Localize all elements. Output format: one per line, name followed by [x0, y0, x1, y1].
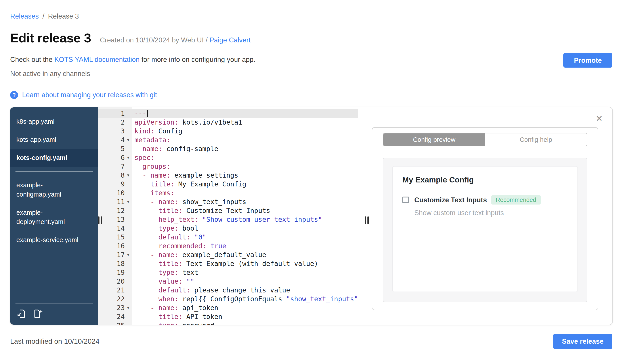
line-number-21: 21 [98, 286, 132, 295]
config-group-title: My Example Config [402, 175, 568, 185]
code-line-12[interactable]: 12 title: Customize Text Inputs [98, 206, 358, 215]
line-number-11: 11▾ [98, 198, 132, 206]
line-number-25: 25 [98, 321, 132, 325]
fold-caret-icon[interactable]: ▾ [125, 171, 132, 180]
fold-caret-spacer [125, 259, 132, 268]
line-number-14: 14 [98, 224, 132, 233]
recommended-badge: Recommended [491, 195, 540, 204]
fold-caret-spacer [125, 312, 132, 321]
fold-caret-spacer [125, 286, 132, 295]
promote-button[interactable]: Promote [563, 53, 612, 68]
line-number-4: 4▾ [98, 136, 132, 144]
file-item-example-service.yaml[interactable]: example-service.yaml [10, 231, 98, 249]
code-line-22[interactable]: 22 when: repl{{ ConfigOptionEquals "show… [98, 295, 358, 303]
code-line-7[interactable]: 7 groups: [98, 162, 358, 171]
yaml-editor[interactable]: 1---2apiVersion: kots.io/v1beta13kind: C… [98, 107, 358, 325]
preview-tabs: Config preview Config help [383, 133, 587, 146]
code-line-21[interactable]: 21 default: please change this value [98, 286, 358, 295]
line-number-24: 24 [98, 312, 132, 321]
file-item-example-configmap.yaml[interactable]: example-configmap.yaml [10, 176, 98, 204]
fold-caret-spacer [125, 233, 132, 242]
code-line-25[interactable]: 25 type: password [98, 321, 358, 325]
file-item-kots-config.yaml[interactable]: kots-config.yaml [10, 149, 98, 167]
author-link[interactable]: Paige Calvert [209, 36, 250, 44]
file-item-k8s-app.yaml[interactable]: k8s-app.yaml [10, 113, 98, 131]
line-number-10: 10 [98, 189, 132, 198]
line-number-6: 6▾ [98, 153, 132, 162]
fold-caret-icon[interactable]: ▾ [125, 136, 132, 144]
fold-caret-spacer [125, 144, 132, 153]
line-number-7: 7 [98, 162, 132, 171]
code-line-10[interactable]: 10 items: [98, 189, 358, 198]
fold-caret-spacer [125, 242, 132, 250]
code-line-15[interactable]: 15 default: "0" [98, 233, 358, 242]
fold-caret-icon[interactable]: ▾ [125, 303, 132, 312]
pane-resize-handle-left[interactable] [98, 217, 102, 224]
upload-file-icon[interactable] [16, 309, 26, 319]
code-line-23[interactable]: 23▾ - name: api_token [98, 303, 358, 312]
release-editor: k8s-app.yamlkots-app.yamlkots-config.yam… [10, 107, 612, 325]
save-release-button[interactable]: Save release [553, 334, 612, 349]
line-number-20: 20 [98, 277, 132, 286]
help-icon: ? [10, 91, 18, 99]
close-icon[interactable]: ✕ [595, 113, 603, 124]
code-line-2[interactable]: 2apiVersion: kots.io/v1beta1 [98, 118, 358, 127]
new-file-icon[interactable] [33, 309, 43, 319]
fold-caret-icon[interactable]: ▾ [125, 250, 132, 259]
code-line-8[interactable]: 8▾ - name: example_settings [98, 171, 358, 180]
line-number-18: 18 [98, 259, 132, 268]
fold-caret-icon[interactable]: ▾ [125, 153, 132, 162]
code-line-17[interactable]: 17▾ - name: example_default_value [98, 250, 358, 259]
code-line-16[interactable]: 16 recommended: true [98, 242, 358, 250]
code-line-1[interactable]: 1--- [98, 109, 358, 118]
breadcrumb-separator: / [43, 12, 44, 20]
docs-text-prefix: Check out the [10, 56, 52, 63]
pane-resize-handle-right[interactable] [365, 217, 369, 224]
git-releases-link[interactable]: Learn about managing your releases with … [22, 91, 157, 99]
line-number-8: 8▾ [98, 171, 132, 180]
channel-status: Not active in any channels [10, 70, 623, 78]
fold-caret-spacer [125, 118, 132, 127]
code-line-4[interactable]: 4▾metadata: [98, 136, 358, 144]
code-line-18[interactable]: 18 title: Text Example (with default val… [98, 259, 358, 268]
code-line-6[interactable]: 6▾spec: [98, 153, 358, 162]
code-line-11[interactable]: 11▾ - name: show_text_inputs [98, 198, 358, 206]
file-list: k8s-app.yamlkots-app.yamlkots-config.yam… [10, 113, 98, 249]
code-line-9[interactable]: 9 title: My Example Config [98, 180, 358, 189]
line-number-2: 2 [98, 118, 132, 127]
code-line-24[interactable]: 24 title: API token [98, 312, 358, 321]
tab-config-help[interactable]: Config help [485, 133, 587, 146]
line-number-3: 3 [98, 127, 132, 136]
line-number-5: 5 [98, 144, 132, 153]
code-line-13[interactable]: 13 help_text: "Show custom user text inp… [98, 215, 358, 224]
fold-caret-spacer [125, 189, 132, 198]
kots-docs-link[interactable]: KOTS YAML documentation [54, 56, 139, 63]
file-item-kots-app.yaml[interactable]: kots-app.yaml [10, 131, 98, 149]
preview-card: Config preview Config help My Example Co… [372, 127, 598, 310]
created-text: Created on 10/10/2024 by Web UI / [100, 36, 208, 44]
breadcrumb-releases-link[interactable]: Releases [10, 12, 39, 20]
fold-caret-icon[interactable]: ▾ [125, 198, 132, 206]
line-number-15: 15 [98, 233, 132, 242]
tab-config-preview[interactable]: Config preview [383, 133, 485, 146]
line-number-17: 17▾ [98, 250, 132, 259]
fold-caret-spacer [125, 180, 132, 189]
fold-caret-spacer [125, 109, 132, 118]
code-line-5[interactable]: 5 name: config-sample [98, 144, 358, 153]
line-number-1: 1 [98, 109, 132, 118]
fold-caret-spacer [125, 277, 132, 286]
file-item-example-deployment.yaml[interactable]: example-deployment.yaml [10, 204, 98, 231]
config-checkbox[interactable] [402, 197, 409, 203]
code-line-20[interactable]: 20 value: "" [98, 277, 358, 286]
config-group-card: My Example Config Customize Text Inputs … [392, 166, 578, 292]
line-number-9: 9 [98, 180, 132, 189]
config-item-label: Customize Text Inputs [414, 196, 487, 204]
line-number-22: 22 [98, 295, 132, 303]
code-line-19[interactable]: 19 type: text [98, 268, 358, 277]
code-line-14[interactable]: 14 type: bool [98, 224, 358, 233]
fold-caret-spacer [125, 224, 132, 233]
fold-caret-spacer [125, 127, 132, 136]
code-line-3[interactable]: 3kind: Config [98, 127, 358, 136]
page: Releases / Release 3 Edit release 3 Crea… [0, 0, 623, 364]
config-preview-surface: My Example Config Customize Text Inputs … [383, 158, 587, 302]
